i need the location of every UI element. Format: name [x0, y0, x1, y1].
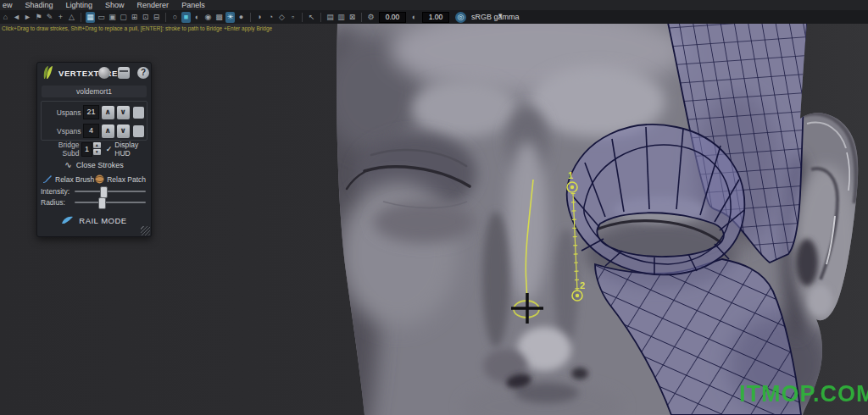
- toolbar-separator: [320, 13, 321, 22]
- spinner-down-icon[interactable]: ▼: [93, 149, 101, 155]
- vspans-color-swatch[interactable]: [133, 125, 144, 137]
- panel-header[interactable]: VERTEXTURE ?: [37, 63, 151, 83]
- toolbar-separator: [302, 13, 303, 22]
- menu-view[interactable]: ew: [3, 1, 13, 9]
- patch-sphere-icon: [95, 174, 104, 184]
- menu-panels[interactable]: Panels: [181, 1, 205, 9]
- material-preview-icon[interactable]: [98, 67, 110, 79]
- move-tool-icon[interactable]: +: [56, 12, 65, 23]
- toolbar-separator: [81, 13, 81, 22]
- toolbar-separator: [361, 13, 362, 22]
- intensity-slider[interactable]: [75, 191, 146, 192]
- bridge-subd-spinner[interactable]: ▲ ▼: [93, 142, 101, 156]
- bridge-subd-label: Bridge Subd: [41, 141, 81, 158]
- bridge-subd-row: Bridge Subd 1 ▲ ▼ ✓ Display HUD: [41, 142, 147, 156]
- lights-icon[interactable]: ☀: [225, 12, 235, 23]
- checker-icon[interactable]: ▩: [214, 12, 224, 23]
- uspans-label: Uspans: [44, 108, 83, 117]
- intensity-slider-handle[interactable]: [100, 186, 108, 198]
- gamma-dropdown-caret[interactable]: ▾: [498, 11, 503, 19]
- menu-shading[interactable]: Shading: [25, 1, 53, 9]
- viewport-toolbar: ⌂ ◄ ► ⚑ ✎ + △ ▦ ▭ ▣ ▢ ⊞ ⊡ ⊟ ○ ■ ◐ ◉ ▩ ☀ …: [0, 10, 868, 24]
- archive-icon[interactable]: [118, 67, 130, 79]
- vspans-value[interactable]: 4: [83, 124, 98, 138]
- relax-patch-button[interactable]: Relax Patch: [95, 174, 146, 184]
- rail-mode-label: RAIL MODE: [79, 216, 126, 225]
- multisample-icon[interactable]: ◇: [277, 12, 287, 23]
- uspans-value[interactable]: 21: [83, 105, 98, 119]
- safe-action-icon[interactable]: ⊡: [141, 12, 150, 23]
- menu-renderer[interactable]: Renderer: [137, 1, 170, 9]
- vertexture-logo-icon: [42, 65, 57, 80]
- wireframe-on-shaded-icon[interactable]: ◐: [192, 12, 202, 23]
- spinner-up-icon[interactable]: ▲: [93, 142, 101, 148]
- resolution-gate-icon[interactable]: ▣: [108, 12, 117, 23]
- display-hud-checkbox[interactable]: ✓: [106, 145, 113, 153]
- help-line: Click+Drag to draw strokes, Shift+Drag t…: [2, 25, 272, 31]
- motion-blur-icon[interactable]: ◔: [266, 12, 275, 23]
- snapshot-icon[interactable]: ⊠: [348, 12, 357, 23]
- gamma-icon[interactable]: ◎: [455, 12, 466, 23]
- rail-mode-button[interactable]: RAIL MODE: [37, 213, 151, 228]
- scale-tool-icon[interactable]: △: [67, 12, 76, 23]
- film-gate-icon[interactable]: ▭: [97, 12, 106, 23]
- uspans-color-swatch[interactable]: [133, 107, 144, 119]
- maya-vertexture-window: 1 2 ew Shading Lighting Show Renderer Pa…: [0, 0, 868, 415]
- radius-slider[interactable]: [75, 202, 146, 203]
- gate-mask-icon[interactable]: ▢: [119, 12, 128, 23]
- image-plane-icon[interactable]: ▤: [326, 12, 335, 23]
- contrast-field[interactable]: 1.00: [422, 12, 449, 23]
- uspans-decrease-button[interactable]: ∨: [117, 106, 130, 119]
- relax-brush-label: Relax Brush: [55, 175, 94, 184]
- mesh-name-field[interactable]: voldemort1: [42, 86, 147, 97]
- grid-icon[interactable]: ▦: [86, 12, 95, 23]
- relax-patch-label: Relax Patch: [107, 175, 146, 184]
- relax-brush-button[interactable]: Relax Brush: [42, 174, 94, 184]
- prev-view-icon[interactable]: ◄: [12, 12, 21, 23]
- next-view-icon[interactable]: ►: [23, 12, 32, 23]
- vspans-increase-button[interactable]: ∧: [102, 125, 114, 138]
- brush-icon: [42, 174, 53, 184]
- vspans-decrease-button[interactable]: ∨: [117, 125, 130, 138]
- fog-icon[interactable]: ▫: [288, 12, 298, 23]
- exposure-icon[interactable]: ⚙: [366, 12, 376, 23]
- uspans-row: Uspans 21 ∧ ∨: [44, 105, 144, 119]
- close-strokes-button[interactable]: ∿ Close Strokes: [37, 158, 151, 171]
- menu-show[interactable]: Show: [105, 1, 125, 9]
- panel-resize-grip[interactable]: [141, 226, 150, 235]
- toolbar-separator: [250, 13, 251, 22]
- rail-mode-icon: [61, 215, 74, 225]
- safe-title-icon[interactable]: ⊟: [152, 12, 161, 23]
- vertexture-panel: VERTEXTURE ? voldemort1 Uspans 21 ∧ ∨ Vs…: [36, 62, 152, 237]
- watermark: ITMOP.COM: [739, 381, 868, 407]
- intensity-label: Intensity:: [41, 187, 75, 196]
- display-hud-label: Display HUD: [114, 141, 147, 158]
- vspans-row: Vspans 4 ∧ ∨: [44, 124, 144, 138]
- shadows-icon[interactable]: ●: [236, 12, 246, 23]
- endpoint-2-label: 2: [580, 280, 585, 290]
- shaded-cube-icon[interactable]: ■: [181, 12, 191, 23]
- exposure-field[interactable]: 0.00: [379, 12, 406, 23]
- wireframe-icon[interactable]: ○: [170, 12, 180, 23]
- textured-icon[interactable]: ◉: [203, 12, 213, 23]
- ao-icon[interactable]: ◗: [255, 12, 264, 23]
- menu-lighting[interactable]: Lighting: [66, 1, 93, 9]
- select-brush-icon[interactable]: ✎: [45, 12, 54, 23]
- close-strokes-label: Close Strokes: [76, 161, 124, 169]
- pan-view-icon[interactable]: ⌂: [1, 12, 10, 23]
- isolate-select-icon[interactable]: ↖: [307, 12, 316, 23]
- bookmark-icon[interactable]: ⚑: [34, 12, 43, 23]
- radius-slider-handle[interactable]: [98, 197, 106, 209]
- field-chart-icon[interactable]: ⊞: [130, 12, 139, 23]
- texture-placement-icon[interactable]: ▥: [337, 12, 346, 23]
- intensity-slider-row: Intensity:: [37, 186, 151, 196]
- spans-group: Uspans 21 ∧ ∨ Vspans 4 ∧ ∨: [41, 101, 147, 141]
- radius-slider-row: Radius:: [37, 197, 151, 208]
- gamma-select-label[interactable]: sRGB gamma: [471, 13, 520, 21]
- toolbar-separator: [165, 13, 166, 22]
- contrast-icon[interactable]: ◐: [409, 12, 419, 23]
- bridge-subd-value[interactable]: 1: [81, 142, 92, 157]
- help-icon[interactable]: ?: [137, 67, 149, 79]
- endpoint-1-label: 1: [568, 170, 573, 180]
- uspans-increase-button[interactable]: ∧: [102, 106, 114, 119]
